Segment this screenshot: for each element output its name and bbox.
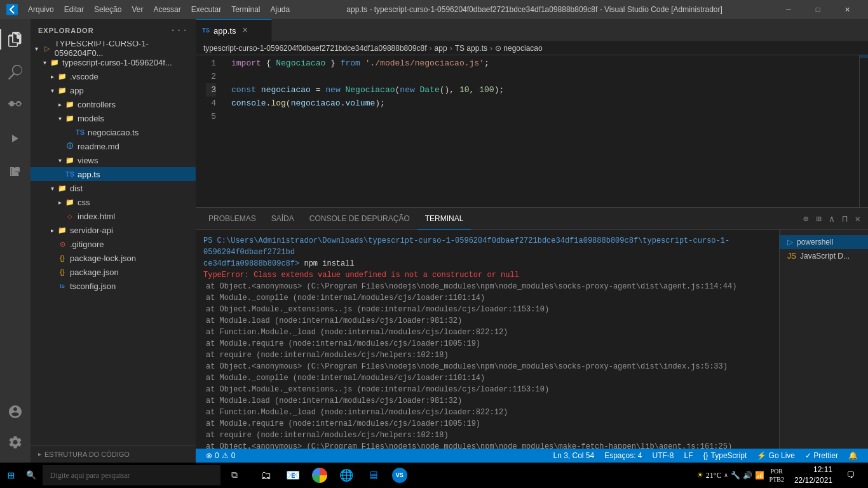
tree-root[interactable]: ▾ ▷ TYPESCRIPT-CURSO-1-0596204F0... [31,41,196,55]
tab-close-button[interactable]: × [242,25,247,36]
menu-ver[interactable]: Ver [126,0,148,19]
menu-selecao[interactable]: Seleção [89,0,126,19]
split-terminal-icon[interactable]: ⊞ [813,211,824,227]
close-button[interactable]: ✕ [832,0,862,19]
tree-negociacao-ts[interactable]: ▸ TS negociacao.ts [31,125,196,139]
menu-ajuda[interactable]: Ajuda [266,0,295,19]
taskbar-outlook[interactable]: 📧 [280,464,306,487]
terminal-error-1: TypeError: Class extends value undefined… [203,269,771,281]
status-language[interactable]: {} TypeScript [698,449,752,463]
status-go-live[interactable]: ⚡ Go Live [752,449,800,463]
menu-arquivo[interactable]: Arquivo [23,0,59,19]
tab-app-ts[interactable]: TS app.ts × [196,19,272,41]
panel-tab-terminal[interactable]: TERMINAL [417,208,471,230]
task-view-icon: ⧉ [231,470,238,480]
search-button[interactable]: 🔍 [21,464,41,487]
taskbar-task-view[interactable]: ⧉ [222,464,247,487]
tree-controllers[interactable]: ▸ 📁 controllers [31,97,196,111]
tree-vscode[interactable]: ▸ 📁 .vscode [31,69,196,83]
panel-tab-saida[interactable]: SAÍDA [264,208,302,230]
close-panel-icon[interactable]: ✕ [853,211,863,227]
tree-gitignore[interactable]: ▸ ⊙ .gitignore [31,237,196,251]
status-ln-col[interactable]: Ln 3, Col 54 [548,449,599,463]
tree-models[interactable]: ▾ 📁 models [31,111,196,125]
sidebar: EXPLORADOR ··· ▾ ▷ TYPESCRIPT-CURSO-1-05… [31,19,196,463]
sidebar-footer[interactable]: ▸ ESTRUTURA DO CÓDIGO [31,445,196,463]
taskbar-app-2[interactable]: 🌐 [334,464,359,487]
main-area: EXPLORADOR ··· ▾ ▷ TYPESCRIPT-CURSO-1-05… [0,19,868,463]
chevron-down-icon: ▾ [56,115,64,122]
system-tray: ☀ 21°C ∧ 🔧 🔊 📶 POR PTB2 12:11 22/12/2021… [697,464,865,487]
tree-app[interactable]: ▾ 📁 app [31,83,196,97]
taskbar-file-explorer[interactable]: 🗂 [254,464,279,487]
maximize-panel-icon[interactable]: ⊓ [839,211,850,227]
breadcrumb-part-2[interactable]: TS app.ts [455,44,487,53]
menu-editar[interactable]: Editar [59,0,89,19]
status-encoding[interactable]: UTF-8 [648,449,679,463]
taskbar-app-3[interactable]: 🖥 [360,464,386,487]
activity-account[interactable] [0,396,31,427]
tray-expand-icon[interactable]: ∧ [724,471,728,479]
panel-tab-problems[interactable]: PROBLEMAS [201,208,264,230]
tree-ts-folder-label: typescript-curso-1-0596204f... [62,58,172,67]
panel-tab-console[interactable]: CONSOLE DE DEPURAÇÃO [302,208,417,230]
terminal-trace: at Object.<anonymous> (C:\Program Files\… [203,441,771,449]
status-spaces[interactable]: Espaços: 4 [599,449,647,463]
system-clock[interactable]: 12:11 22/12/2021 [789,464,837,486]
terminal-trace: at Object.Module._extensions..js (node:i… [203,384,771,395]
tree-servidor-api[interactable]: ▸ 📁 servidor-api [31,223,196,237]
weather-icon: ☀ [697,469,703,482]
start-button[interactable]: ⊞ [3,464,20,487]
panel-actions: ⊕ ⊞ ∧ ⊓ ✕ [801,211,868,227]
taskbar-vscode[interactable]: VS [387,464,412,487]
status-errors[interactable]: ⊗ 0 ⚠ 0 [201,449,240,463]
breadcrumb-part-3[interactable]: ⊙ negociacao [495,44,543,53]
status-notifications[interactable]: 🔔 [843,449,863,463]
tree-app-label: app [70,86,84,95]
code-content[interactable]: import { Negociacao } from './models/neg… [221,55,859,207]
activity-explorer[interactable] [0,24,31,55]
menu-acessar[interactable]: Acessar [148,0,186,19]
add-terminal-icon[interactable]: ⊕ [801,211,811,227]
search-bar[interactable]: Digite aqui para pesquisar [43,465,220,485]
tree-views[interactable]: ▾ 📁 views [31,153,196,167]
terminal-output[interactable]: PS C:\Users\Administrador\Downloads\type… [196,230,779,449]
tree-index-html-label: index.html [78,212,115,221]
activity-source-control[interactable] [0,90,31,121]
tree-dist[interactable]: ▾ 📁 dist [31,181,196,195]
tree-package-json[interactable]: ▸ {} package.json [31,265,196,279]
status-eol[interactable]: LF [679,449,698,463]
tree-css[interactable]: ▸ 📁 css [31,195,196,209]
taskbar: ⊞ 🔍 Digite aqui para pesquisar ⧉ 🗂 📧 🌐 🖥… [0,463,868,488]
breadcrumb-part-0[interactable]: typescript-curso-1-0596204f0dbaef2721bdc… [203,44,427,53]
tree-package-lock[interactable]: ▸ {} package-lock.json [31,251,196,265]
activity-run[interactable] [0,123,31,154]
terminal-session-js[interactable]: JS JavaScript D... [780,249,868,263]
chevron-up-icon[interactable]: ∧ [827,211,837,227]
terminal-trace: at Function.Module._load (node:internal/… [203,407,771,418]
tree-app-ts[interactable]: ▸ TS app.ts [31,167,196,181]
minimize-button[interactable]: ─ [774,0,803,19]
folder-icon: 📁 [57,71,67,81]
sidebar-actions[interactable]: ··· [170,25,188,36]
terminal-session-powershell[interactable]: ▷ powershell [780,235,868,249]
activity-settings[interactable] [0,427,31,458]
notification-button[interactable]: 🗨 [840,464,860,487]
taskbar-chrome[interactable] [307,464,332,487]
activity-extensions[interactable] [0,156,31,187]
chevron-down-icon: ▾ [41,59,48,66]
tree-tsconfig[interactable]: ▸ ts tsconfig.json [31,279,196,293]
tree-ts-folder[interactable]: ▾ 📁 typescript-curso-1-0596204f... [31,55,196,69]
code-editor[interactable]: 1 2 3 4 5 import { Negociacao } from './… [196,55,868,207]
tree-readme[interactable]: ▸ ⓘ readme.md [31,139,196,153]
activity-search[interactable] [0,57,31,88]
warning-count: 0 [231,451,236,460]
tree-index-html[interactable]: ▸ ◇ index.html [31,209,196,223]
menu-terminal[interactable]: Terminal [226,0,265,19]
status-prettier[interactable]: ✓ Prettier [800,449,843,463]
menu-executar[interactable]: Executar [186,0,226,19]
chevron-right-icon: ▸ [56,101,64,108]
maximize-button[interactable]: □ [803,0,832,19]
chrome-icon [312,468,327,483]
breadcrumb-part-1[interactable]: app [435,44,447,53]
